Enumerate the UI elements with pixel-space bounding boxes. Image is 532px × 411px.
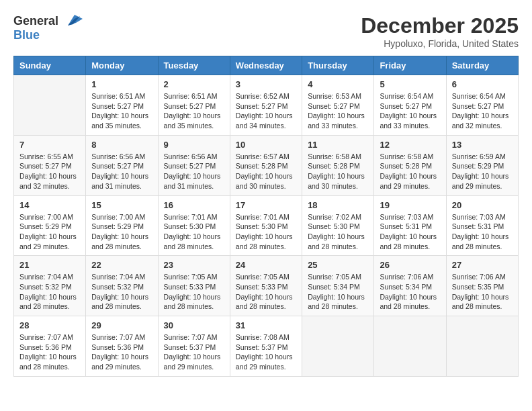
- table-row: [14, 75, 86, 136]
- day-number: 14: [19, 200, 80, 210]
- day-info: Sunrise: 6:51 AMSunset: 5:27 PMDaylight:…: [164, 91, 224, 131]
- day-info: Sunrise: 6:52 AMSunset: 5:27 PMDaylight:…: [236, 91, 296, 131]
- day-number: 31: [236, 320, 296, 330]
- day-number: 22: [91, 260, 152, 270]
- week-row-5: 28Sunrise: 7:07 AMSunset: 5:36 PMDayligh…: [14, 316, 519, 377]
- day-info: Sunrise: 7:04 AMSunset: 5:32 PMDaylight:…: [19, 272, 80, 312]
- day-info: Sunrise: 7:05 AMSunset: 5:34 PMDaylight:…: [308, 272, 368, 312]
- col-wednesday: Wednesday: [230, 56, 302, 75]
- day-info: Sunrise: 7:05 AMSunset: 5:33 PMDaylight:…: [236, 272, 296, 312]
- day-info: Sunrise: 6:54 AMSunset: 5:27 PMDaylight:…: [452, 91, 513, 131]
- day-info: Sunrise: 6:59 AMSunset: 5:29 PMDaylight:…: [452, 152, 513, 191]
- day-info: Sunrise: 7:02 AMSunset: 5:30 PMDaylight:…: [308, 212, 368, 252]
- logo-general-text: General: [13, 14, 58, 28]
- table-row: 31Sunrise: 7:08 AMSunset: 5:37 PMDayligh…: [230, 316, 302, 377]
- col-monday: Monday: [86, 56, 158, 75]
- table-row: 5Sunrise: 6:54 AMSunset: 5:27 PMDaylight…: [374, 75, 446, 136]
- day-number: 28: [19, 320, 80, 330]
- day-number: 5: [380, 79, 440, 89]
- table-row: 22Sunrise: 7:04 AMSunset: 5:32 PMDayligh…: [86, 256, 158, 316]
- day-info: Sunrise: 7:07 AMSunset: 5:36 PMDaylight:…: [91, 332, 152, 372]
- table-row: [446, 316, 518, 377]
- table-row: 8Sunrise: 6:56 AMSunset: 5:27 PMDaylight…: [86, 135, 158, 195]
- day-number: 18: [308, 200, 368, 210]
- day-info: Sunrise: 7:01 AMSunset: 5:30 PMDaylight:…: [236, 212, 296, 252]
- day-info: Sunrise: 6:58 AMSunset: 5:28 PMDaylight:…: [308, 152, 368, 191]
- day-info: Sunrise: 6:56 AMSunset: 5:27 PMDaylight:…: [164, 152, 224, 191]
- table-row: 15Sunrise: 7:00 AMSunset: 5:29 PMDayligh…: [86, 195, 158, 256]
- table-row: 25Sunrise: 7:05 AMSunset: 5:34 PMDayligh…: [302, 256, 374, 316]
- logo-bird-icon: [61, 13, 83, 28]
- day-number: 13: [452, 140, 513, 150]
- calendar-header-row: Sunday Monday Tuesday Wednesday Thursday…: [14, 56, 519, 75]
- month-title: December 2025: [361, 13, 519, 38]
- week-row-3: 14Sunrise: 7:00 AMSunset: 5:29 PMDayligh…: [14, 195, 519, 256]
- day-info: Sunrise: 7:05 AMSunset: 5:33 PMDaylight:…: [164, 272, 224, 312]
- location: Hypoluxo, Florida, United States: [361, 38, 519, 49]
- table-row: 7Sunrise: 6:55 AMSunset: 5:27 PMDaylight…: [14, 135, 86, 195]
- day-info: Sunrise: 6:55 AMSunset: 5:27 PMDaylight:…: [19, 152, 80, 191]
- table-row: 6Sunrise: 6:54 AMSunset: 5:27 PMDaylight…: [446, 75, 518, 136]
- table-row: 14Sunrise: 7:00 AMSunset: 5:29 PMDayligh…: [14, 195, 86, 256]
- table-row: [374, 316, 446, 377]
- table-row: 18Sunrise: 7:02 AMSunset: 5:30 PMDayligh…: [302, 195, 374, 256]
- table-row: 21Sunrise: 7:04 AMSunset: 5:32 PMDayligh…: [14, 256, 86, 316]
- table-row: 4Sunrise: 6:53 AMSunset: 5:27 PMDaylight…: [302, 75, 374, 136]
- logo-blue-text: Blue: [13, 28, 40, 42]
- table-row: 19Sunrise: 7:03 AMSunset: 5:31 PMDayligh…: [374, 195, 446, 256]
- day-info: Sunrise: 7:07 AMSunset: 5:36 PMDaylight:…: [19, 332, 80, 372]
- table-row: 2Sunrise: 6:51 AMSunset: 5:27 PMDaylight…: [158, 75, 230, 136]
- table-row: 10Sunrise: 6:57 AMSunset: 5:28 PMDayligh…: [230, 135, 302, 195]
- day-info: Sunrise: 7:07 AMSunset: 5:37 PMDaylight:…: [164, 332, 224, 372]
- day-info: Sunrise: 6:57 AMSunset: 5:28 PMDaylight:…: [236, 152, 296, 191]
- day-number: 16: [164, 200, 224, 210]
- table-row: 16Sunrise: 7:01 AMSunset: 5:30 PMDayligh…: [158, 195, 230, 256]
- col-sunday: Sunday: [14, 56, 86, 75]
- day-info: Sunrise: 7:06 AMSunset: 5:34 PMDaylight:…: [380, 272, 440, 312]
- day-number: 25: [308, 260, 368, 270]
- title-section: December 2025 Hypoluxo, Florida, United …: [361, 13, 519, 49]
- table-row: 23Sunrise: 7:05 AMSunset: 5:33 PMDayligh…: [158, 256, 230, 316]
- week-row-1: 1Sunrise: 6:51 AMSunset: 5:27 PMDaylight…: [14, 75, 519, 136]
- table-row: 13Sunrise: 6:59 AMSunset: 5:29 PMDayligh…: [446, 135, 518, 195]
- day-number: 21: [19, 260, 80, 270]
- day-info: Sunrise: 6:56 AMSunset: 5:27 PMDaylight:…: [91, 152, 152, 191]
- table-row: 24Sunrise: 7:05 AMSunset: 5:33 PMDayligh…: [230, 256, 302, 316]
- day-number: 9: [164, 140, 224, 150]
- table-row: 20Sunrise: 7:03 AMSunset: 5:31 PMDayligh…: [446, 195, 518, 256]
- table-row: 26Sunrise: 7:06 AMSunset: 5:34 PMDayligh…: [374, 256, 446, 316]
- day-number: 26: [380, 260, 440, 270]
- week-row-4: 21Sunrise: 7:04 AMSunset: 5:32 PMDayligh…: [14, 256, 519, 316]
- day-number: 17: [236, 200, 296, 210]
- day-number: 27: [452, 260, 513, 270]
- day-number: 6: [452, 79, 513, 89]
- day-number: 19: [380, 200, 440, 210]
- day-number: 23: [164, 260, 224, 270]
- table-row: [302, 316, 374, 377]
- day-info: Sunrise: 7:04 AMSunset: 5:32 PMDaylight:…: [91, 272, 152, 312]
- day-number: 3: [236, 79, 296, 89]
- day-info: Sunrise: 6:53 AMSunset: 5:27 PMDaylight:…: [308, 91, 368, 131]
- col-tuesday: Tuesday: [158, 56, 230, 75]
- day-number: 10: [236, 140, 296, 150]
- table-row: 12Sunrise: 6:58 AMSunset: 5:28 PMDayligh…: [374, 135, 446, 195]
- table-row: 27Sunrise: 7:06 AMSunset: 5:35 PMDayligh…: [446, 256, 518, 316]
- table-row: 28Sunrise: 7:07 AMSunset: 5:36 PMDayligh…: [14, 316, 86, 377]
- week-row-2: 7Sunrise: 6:55 AMSunset: 5:27 PMDaylight…: [14, 135, 519, 195]
- page-header: General Blue December 2025 Hypoluxo, Flo…: [13, 13, 519, 49]
- table-row: 9Sunrise: 6:56 AMSunset: 5:27 PMDaylight…: [158, 135, 230, 195]
- table-row: 17Sunrise: 7:01 AMSunset: 5:30 PMDayligh…: [230, 195, 302, 256]
- table-row: 29Sunrise: 7:07 AMSunset: 5:36 PMDayligh…: [86, 316, 158, 377]
- day-number: 1: [91, 79, 152, 89]
- day-number: 29: [91, 320, 152, 330]
- col-saturday: Saturday: [446, 56, 518, 75]
- day-info: Sunrise: 6:54 AMSunset: 5:27 PMDaylight:…: [380, 91, 440, 131]
- day-number: 8: [91, 140, 152, 150]
- day-info: Sunrise: 7:06 AMSunset: 5:35 PMDaylight:…: [452, 272, 513, 312]
- table-row: 11Sunrise: 6:58 AMSunset: 5:28 PMDayligh…: [302, 135, 374, 195]
- day-info: Sunrise: 7:01 AMSunset: 5:30 PMDaylight:…: [164, 212, 224, 252]
- col-thursday: Thursday: [302, 56, 374, 75]
- day-number: 12: [380, 140, 440, 150]
- day-number: 24: [236, 260, 296, 270]
- day-info: Sunrise: 7:00 AMSunset: 5:29 PMDaylight:…: [19, 212, 80, 252]
